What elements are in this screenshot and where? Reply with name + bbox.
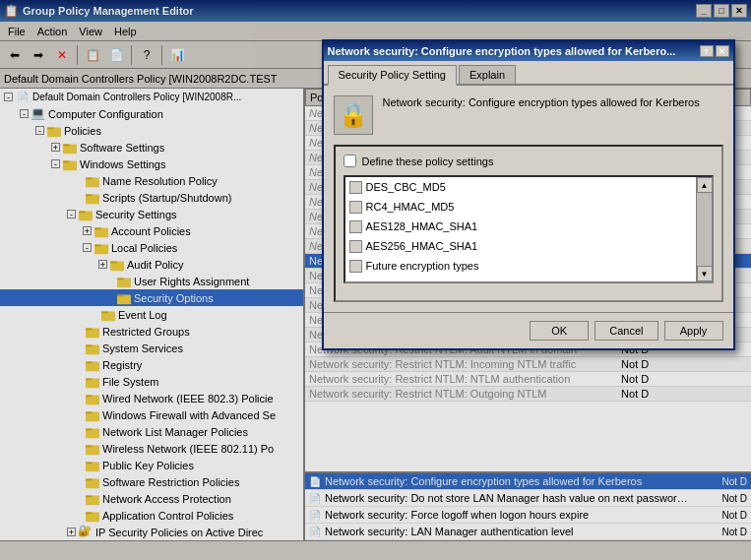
label-rc4-hmac-md5: RC4_HMAC_MD5 bbox=[366, 201, 692, 213]
label-future-encryption: Future encryption types bbox=[366, 260, 692, 272]
modal-overlay: Network security: Configure encryption t… bbox=[0, 0, 751, 560]
tab-explain[interactable]: Explain bbox=[459, 65, 516, 84]
option-rc4-hmac-md5[interactable]: RC4_HMAC_MD5 bbox=[345, 197, 696, 217]
label-aes128-hmac-sha1: AES128_HMAC_SHA1 bbox=[366, 220, 692, 232]
checkbox-aes128-hmac-sha1[interactable] bbox=[349, 220, 362, 233]
modal-policy-icon: 🔒 bbox=[334, 95, 373, 135]
modal-tabs: Security Policy Setting Explain bbox=[324, 61, 733, 86]
scrollbar-up-btn[interactable]: ▲ bbox=[697, 177, 713, 193]
option-aes256-hmac-sha1[interactable]: AES256_HMAC_SHA1 bbox=[345, 236, 696, 256]
define-policy-checkbox[interactable] bbox=[344, 155, 356, 167]
checkbox-des-cbc-md5[interactable] bbox=[349, 181, 362, 194]
security-icon: 🔒 bbox=[339, 101, 368, 129]
tab-security-policy-setting[interactable]: Security Policy Setting bbox=[328, 65, 457, 86]
ok-button[interactable]: OK bbox=[530, 321, 589, 341]
define-policy-label[interactable]: Define these policy settings bbox=[362, 156, 494, 167]
checkbox-future-encryption[interactable] bbox=[349, 260, 362, 273]
modal-policy-description: Network security: Configure encryption t… bbox=[383, 95, 723, 109]
option-future-encryption[interactable]: Future encryption types bbox=[345, 256, 696, 276]
option-des-cbc-md5[interactable]: DES_CBC_MD5 bbox=[345, 177, 696, 197]
modal-title-bar: Network security: Configure encryption t… bbox=[324, 41, 733, 61]
modal-body: 🔒 Network security: Configure encryption… bbox=[324, 86, 733, 312]
encryption-options-list: DES_CBC_MD5 RC4_HMAC_MD5 AES128_HMAC_SHA… bbox=[344, 175, 714, 283]
modal-dialog: Network security: Configure encryption t… bbox=[322, 39, 735, 350]
modal-title: Network security: Configure encryption t… bbox=[328, 45, 700, 57]
list-scrollbar: ▲ ▼ bbox=[696, 177, 712, 281]
cancel-button[interactable]: Cancel bbox=[595, 321, 657, 341]
modal-close-btn[interactable]: ✕ bbox=[716, 45, 729, 57]
modal-footer: OK Cancel Apply bbox=[324, 312, 733, 348]
label-des-cbc-md5: DES_CBC_MD5 bbox=[366, 181, 692, 193]
modal-help-btn[interactable]: ? bbox=[700, 45, 714, 57]
scrollbar-track bbox=[697, 193, 712, 266]
apply-button[interactable]: Apply bbox=[664, 321, 723, 341]
checkbox-rc4-hmac-md5[interactable] bbox=[349, 201, 362, 214]
option-aes128-hmac-sha1[interactable]: AES128_HMAC_SHA1 bbox=[345, 217, 696, 236]
define-checkbox-row: Define these policy settings bbox=[344, 155, 714, 167]
checkbox-aes256-hmac-sha1[interactable] bbox=[349, 240, 362, 253]
policy-icon-row: 🔒 Network security: Configure encryption… bbox=[334, 95, 723, 135]
scrollbar-down-btn[interactable]: ▼ bbox=[697, 266, 713, 281]
policy-content-box: Define these policy settings DES_CBC_MD5… bbox=[334, 145, 723, 302]
label-aes256-hmac-sha1: AES256_HMAC_SHA1 bbox=[366, 240, 692, 252]
